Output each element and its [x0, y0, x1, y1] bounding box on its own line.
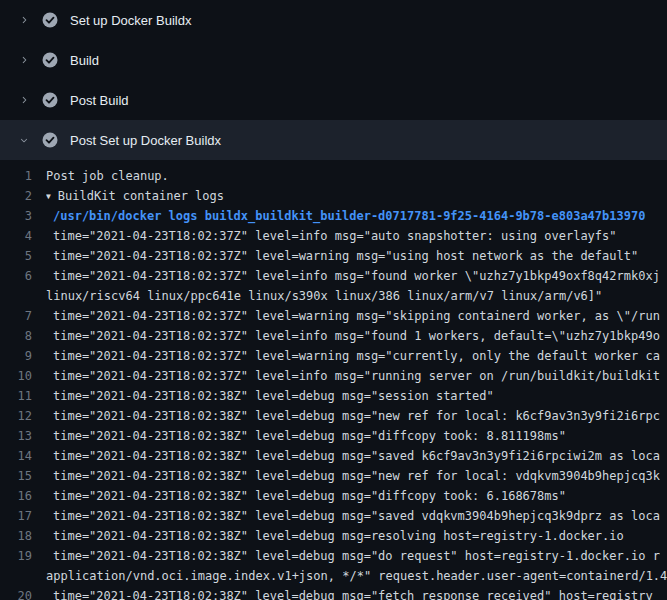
step-header-build[interactable]: Build	[0, 40, 667, 80]
log-text: time="2021-04-23T18:02:38Z" level=debug …	[46, 586, 653, 600]
log-lines: 1Post job cleanup.2▼BuildKit container l…	[0, 160, 667, 600]
log-text: time="2021-04-23T18:02:38Z" level=debug …	[46, 386, 494, 406]
log-line: 19time="2021-04-23T18:02:38Z" level=debu…	[0, 546, 667, 566]
line-number[interactable]: 12	[0, 406, 46, 426]
line-number[interactable]: 11	[0, 386, 46, 406]
log-line: 1Post job cleanup.	[0, 166, 667, 186]
line-number[interactable]: 5	[0, 246, 46, 266]
check-circle-icon	[42, 52, 58, 68]
line-number[interactable]: 19	[0, 546, 46, 566]
chevron-right-icon[interactable]	[16, 12, 32, 28]
log-text: time="2021-04-23T18:02:37Z" level=info m…	[46, 326, 660, 346]
log-line: 8time="2021-04-23T18:02:37Z" level=info …	[0, 326, 667, 346]
line-number[interactable]: 17	[0, 506, 46, 526]
log-text: time="2021-04-23T18:02:38Z" level=debug …	[46, 526, 624, 546]
check-circle-icon	[42, 92, 58, 108]
log-text: time="2021-04-23T18:02:38Z" level=debug …	[46, 486, 566, 506]
step-label: Post Build	[70, 93, 129, 108]
step-header-setup-docker-buildx[interactable]: Set up Docker Buildx	[0, 0, 667, 40]
log-line: 13time="2021-04-23T18:02:38Z" level=debu…	[0, 426, 667, 446]
log-command-text: /usr/bin/docker logs buildx_buildkit_bui…	[46, 206, 645, 226]
actions-log-viewer: Set up Docker Buildx Build Post Build Po…	[0, 0, 667, 600]
line-number[interactable]: 8	[0, 326, 46, 346]
log-text: ▼BuildKit container logs	[46, 186, 224, 206]
line-number[interactable]: 9	[0, 346, 46, 366]
check-circle-icon	[42, 12, 58, 28]
log-line: 4time="2021-04-23T18:02:37Z" level=info …	[0, 226, 667, 246]
log-line-continuation: linux/riscv64 linux/ppc641e linux/s390x …	[0, 286, 667, 306]
chevron-right-icon[interactable]	[16, 92, 32, 108]
log-text: linux/riscv64 linux/ppc641e linux/s390x …	[46, 286, 602, 306]
line-number[interactable]: 4	[0, 226, 46, 246]
log-line-continuation: application/vnd.oci.image.index.v1+json,…	[0, 566, 667, 586]
log-text: time="2021-04-23T18:02:37Z" level=info m…	[46, 226, 617, 246]
log-line: 12time="2021-04-23T18:02:38Z" level=debu…	[0, 406, 667, 426]
log-line: 10time="2021-04-23T18:02:37Z" level=info…	[0, 366, 667, 386]
log-text: application/vnd.oci.image.index.v1+json,…	[46, 566, 667, 586]
log-line: 15time="2021-04-23T18:02:38Z" level=debu…	[0, 466, 667, 486]
log-text: time="2021-04-23T18:02:37Z" level=warnin…	[46, 306, 660, 326]
line-number-blank	[0, 286, 46, 306]
log-text: time="2021-04-23T18:02:37Z" level=warnin…	[46, 246, 638, 266]
log-text: time="2021-04-23T18:02:37Z" level=info m…	[46, 366, 660, 386]
log-line: 18time="2021-04-23T18:02:38Z" level=debu…	[0, 526, 667, 546]
step-label: Set up Docker Buildx	[70, 13, 191, 28]
log-line: 20time="2021-04-23T18:02:38Z" level=debu…	[0, 586, 667, 600]
log-text: time="2021-04-23T18:02:38Z" level=debug …	[46, 426, 566, 446]
line-number[interactable]: 7	[0, 306, 46, 326]
step-label: Build	[70, 53, 99, 68]
log-text: time="2021-04-23T18:02:38Z" level=debug …	[46, 446, 660, 466]
log-line: 16time="2021-04-23T18:02:38Z" level=debu…	[0, 486, 667, 506]
line-number-blank	[0, 566, 46, 586]
line-number[interactable]: 6	[0, 266, 46, 286]
log-line: 6time="2021-04-23T18:02:37Z" level=info …	[0, 266, 667, 286]
log-text: time="2021-04-23T18:02:38Z" level=debug …	[46, 506, 660, 526]
line-number[interactable]: 13	[0, 426, 46, 446]
line-number[interactable]: 18	[0, 526, 46, 546]
chevron-right-icon[interactable]	[16, 52, 32, 68]
log-line: 14time="2021-04-23T18:02:38Z" level=debu…	[0, 446, 667, 466]
log-text: time="2021-04-23T18:02:37Z" level=info m…	[46, 266, 660, 286]
log-text: Post job cleanup.	[46, 166, 169, 186]
log-text: time="2021-04-23T18:02:38Z" level=debug …	[46, 406, 660, 426]
step-label: Post Set up Docker Buildx	[70, 133, 221, 148]
log-line: 17time="2021-04-23T18:02:38Z" level=debu…	[0, 506, 667, 526]
line-number[interactable]: 10	[0, 366, 46, 386]
step-header-post-build[interactable]: Post Build	[0, 80, 667, 120]
log-line: 11time="2021-04-23T18:02:38Z" level=debu…	[0, 386, 667, 406]
log-line: 9time="2021-04-23T18:02:37Z" level=warni…	[0, 346, 667, 366]
step-header-post-setup-docker-buildx[interactable]: Post Set up Docker Buildx	[0, 120, 667, 160]
log-line: 3/usr/bin/docker logs buildx_buildkit_bu…	[0, 206, 667, 226]
line-number[interactable]: 20	[0, 586, 46, 600]
line-number[interactable]: 1	[0, 166, 46, 186]
line-number[interactable]: 15	[0, 466, 46, 486]
log-line: 2▼BuildKit container logs	[0, 186, 667, 206]
line-number[interactable]: 14	[0, 446, 46, 466]
line-number[interactable]: 3	[0, 206, 46, 226]
check-circle-icon	[42, 132, 58, 148]
line-number[interactable]: 2	[0, 186, 46, 206]
log-text: time="2021-04-23T18:02:38Z" level=debug …	[46, 466, 660, 486]
group-toggle-icon[interactable]: ▼	[46, 187, 51, 207]
line-number[interactable]: 16	[0, 486, 46, 506]
chevron-down-icon[interactable]	[16, 132, 32, 148]
log-line: 5time="2021-04-23T18:02:37Z" level=warni…	[0, 246, 667, 266]
log-text: time="2021-04-23T18:02:38Z" level=debug …	[46, 546, 660, 566]
log-line: 7time="2021-04-23T18:02:37Z" level=warni…	[0, 306, 667, 326]
log-text: time="2021-04-23T18:02:37Z" level=warnin…	[46, 346, 660, 366]
